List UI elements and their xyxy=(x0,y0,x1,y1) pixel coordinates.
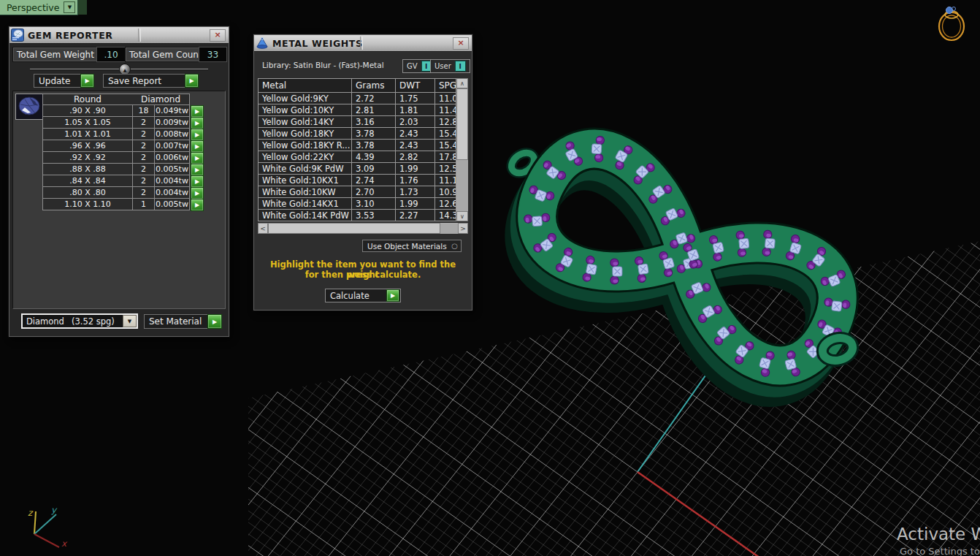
scroll-left-icon[interactable]: < xyxy=(258,223,268,234)
row-select-button[interactable]: ▶ xyxy=(191,117,204,129)
gem-shape-thumbnail[interactable] xyxy=(15,94,45,120)
activate-windows-watermark: Activate Win xyxy=(897,525,980,544)
column-header-diamond: Diamond xyxy=(132,94,190,105)
row-select-button[interactable]: ▶ xyxy=(191,175,204,188)
radio-circle-icon: ○ xyxy=(451,242,458,250)
total-gem-count-value: 33 xyxy=(199,47,227,62)
axis-z-label: z xyxy=(28,508,34,518)
brand-ring-icon xyxy=(939,7,964,41)
green-arrow-icon: ▶ xyxy=(189,77,194,84)
green-arrow-icon: ▶ xyxy=(195,190,199,197)
gem-table-row[interactable]: .96 X .96 2 0.007tw ▶ xyxy=(42,140,204,152)
metal-table-row[interactable]: White Gold:10KX1 2.74 1.76 11.18 xyxy=(258,175,456,186)
gem-table-row[interactable]: .92 X .92 2 0.006tw ▶ xyxy=(42,152,204,164)
horizontal-scrollbar[interactable]: < > xyxy=(258,223,468,234)
titlebar-groove xyxy=(360,37,363,50)
gem-report-icon xyxy=(11,28,24,42)
calculate-button[interactable]: Calculate ▶ xyxy=(325,289,401,302)
panel-title: GEM REPORTER xyxy=(28,30,113,41)
viewport-title-tab[interactable]: Perspective ▼ xyxy=(0,0,78,15)
total-gem-count-label: Total Gem Count xyxy=(125,47,207,62)
metal-table-row[interactable]: Yellow Gold:9KY 2.72 1.75 11.08 xyxy=(258,93,456,104)
metal-weights-titlebar[interactable]: METAL WEIGHTS × xyxy=(254,35,472,52)
activate-windows-watermark-sub: Go to Settings to xyxy=(900,546,980,556)
axis-x-label: x xyxy=(61,538,68,549)
viewport-title: Perspective xyxy=(0,2,64,13)
green-arrow-icon: ▶ xyxy=(195,178,199,185)
metal-table-header: Metal Grams DWT SPG xyxy=(258,78,456,93)
green-arrow-icon: ▶ xyxy=(85,77,89,84)
scroll-down-icon[interactable]: ∨ xyxy=(456,211,468,221)
green-arrow-icon: ▶ xyxy=(195,155,199,161)
metal-table-row[interactable]: White Gold:14K PdW 3.53 2.27 14.37 xyxy=(258,210,456,221)
metal-table-row[interactable]: Yellow Gold:22KY 4.39 2.82 17.89 xyxy=(258,151,456,163)
metal-table-row[interactable]: Yellow Gold:14KY 3.16 2.03 12.88 xyxy=(258,116,456,128)
total-gem-weight-label: Total Gem Weight xyxy=(12,47,104,62)
row-select-button[interactable]: ▶ xyxy=(191,140,204,153)
horizontal-scrollbar-thumb[interactable] xyxy=(268,223,440,234)
axis-y-label: y xyxy=(51,505,58,515)
row-select-button[interactable]: ▶ xyxy=(191,199,204,211)
vertical-scrollbar-thumb[interactable] xyxy=(456,88,468,160)
metal-table-row[interactable]: White Gold:9K PdW 3.09 1.99 12.59 xyxy=(258,163,456,175)
row-select-button[interactable]: ▶ xyxy=(191,129,204,141)
gem-table-row[interactable]: .80 X .80 2 0.004tw ▶ xyxy=(42,187,204,199)
scroll-right-icon[interactable]: > xyxy=(458,223,468,234)
metal-table-row[interactable]: White Gold:14KX1 3.10 1.99 12.61 xyxy=(258,198,456,210)
select-dropdown-arrow-icon[interactable]: ▼ xyxy=(123,315,137,327)
save-report-button[interactable]: Save Report xyxy=(103,74,194,88)
gem-table-row[interactable]: .88 X .88 2 0.005tw ▶ xyxy=(42,164,204,175)
close-icon[interactable]: × xyxy=(210,29,226,42)
slider-arrow-icon: ▲ xyxy=(123,67,127,72)
metal-table-row[interactable]: Yellow Gold:10KY 2.81 1.81 11.45 xyxy=(258,104,456,116)
metal-table-row[interactable]: Yellow Gold:18KY R... 3.78 2.43 15.41 xyxy=(258,140,456,151)
gem-table-row[interactable]: .90 X .90 18 0.049tw ▶ xyxy=(42,105,204,117)
vertical-scrollbar[interactable]: ∧ ∨ xyxy=(456,78,468,221)
user-toggle-button[interactable]: User I xyxy=(430,59,470,73)
column-header-round: Round xyxy=(42,94,132,105)
row-select-button[interactable]: ▶ xyxy=(191,152,204,164)
row-select-button[interactable]: ▶ xyxy=(191,164,204,176)
metal-table-row[interactable]: White Gold:10KW 2.70 1.73 10.99 xyxy=(258,186,456,198)
user-indicator-icon: I xyxy=(455,61,466,72)
row-select-button[interactable]: ▶ xyxy=(191,187,204,199)
tab-edge-decoration xyxy=(78,0,87,15)
metal-table-row[interactable]: Yellow Gold:18KY 3.78 2.43 15.41 xyxy=(258,128,456,140)
panel-title: METAL WEIGHTS xyxy=(272,38,363,49)
scroll-up-icon[interactable]: ∧ xyxy=(456,78,468,88)
green-arrow-icon: ▶ xyxy=(195,143,199,150)
green-arrow-icon: ▶ xyxy=(195,202,199,208)
gem-table-row[interactable]: 1.01 X 1.01 2 0.008tw ▶ xyxy=(42,129,204,140)
row-select-button[interactable]: ▶ xyxy=(191,105,204,118)
green-arrow-icon: ▶ xyxy=(195,167,199,173)
gem-table-header: Round Diamond xyxy=(42,94,190,105)
library-label: Library: Satin Blur - (Fast)-Metal xyxy=(262,61,384,69)
save-report-go-button[interactable]: ▶ xyxy=(185,74,199,88)
gem-table-row[interactable]: 1.05 X 1.05 2 0.009tw ▶ xyxy=(42,117,204,129)
viewport-menu-arrow-icon[interactable]: ▼ xyxy=(64,1,75,13)
gem-table-row[interactable]: 1.10 X 1.10 1 0.005tw ▶ xyxy=(42,199,204,210)
axis-gizmo: z y x xyxy=(28,505,68,549)
green-arrow-icon: ▶ xyxy=(386,289,399,302)
green-arrow-icon: ▶ xyxy=(195,120,199,126)
gem-table-row[interactable]: .84 X .84 2 0.004tw ▶ xyxy=(42,175,204,187)
green-arrow-icon: ▶ xyxy=(213,319,217,325)
round-gem-icon xyxy=(16,94,42,118)
green-arrow-icon: ▶ xyxy=(195,108,199,115)
set-material-go-button[interactable]: ▶ xyxy=(207,314,222,329)
close-icon[interactable]: × xyxy=(453,37,469,50)
instruction-text-line2: for then press calculate. xyxy=(254,270,472,280)
total-gem-weight-value: .10 xyxy=(96,47,126,62)
titlebar-groove xyxy=(138,28,141,42)
gem-reporter-titlebar[interactable]: GEM REPORTER × xyxy=(9,27,229,44)
use-object-materials-button[interactable]: Use Object Materials ○ xyxy=(362,240,462,252)
green-arrow-icon: ▶ xyxy=(195,132,199,138)
set-material-button[interactable]: Set Material xyxy=(144,314,216,329)
material-select[interactable]: Diamond (3.52 spg) ▼ xyxy=(21,313,138,329)
gv-toggle-button[interactable]: GV I xyxy=(402,59,434,73)
application-window: z y x Activate Win Go to Settings to Per… xyxy=(0,0,980,556)
gem-reporter-window: GEM REPORTER × Total Gem Weight .10 Tota… xyxy=(9,26,229,337)
metal-weights-icon xyxy=(256,37,269,50)
update-go-button[interactable]: ▶ xyxy=(80,74,94,88)
metal-weights-window: METAL WEIGHTS × Library: Satin Blur - (F… xyxy=(253,34,472,311)
